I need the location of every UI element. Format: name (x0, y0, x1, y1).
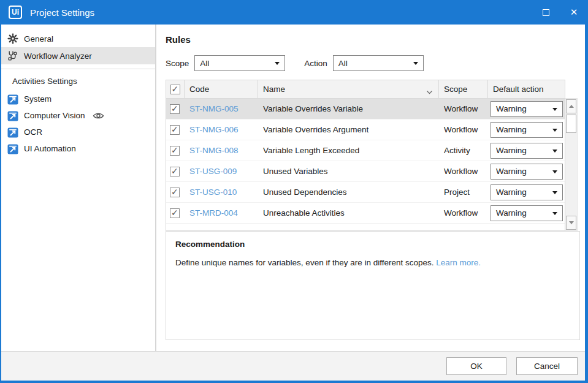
learn-more-link[interactable]: Learn more. (436, 258, 481, 267)
dropdown-arrow-icon (552, 212, 557, 215)
sidebar-item-label: OCR (24, 127, 42, 137)
rules-table: Code Name Scope Default action (166, 80, 578, 231)
row-checkbox[interactable] (170, 208, 180, 218)
default-action-select[interactable]: Warning (491, 143, 563, 159)
dialog-content: General Workflow Analyzer Activities Set… (1, 25, 585, 381)
sidebar-item-general[interactable]: General (1, 30, 155, 47)
row-checkbox[interactable] (170, 104, 180, 114)
action-filter-value: All (338, 59, 348, 68)
dropdown-arrow-icon (552, 150, 557, 153)
sidebar-item-system[interactable]: System (1, 91, 155, 107)
sort-chevron-down-icon (426, 87, 433, 96)
page-title: Rules (166, 34, 578, 45)
cancel-button[interactable]: Cancel (516, 357, 578, 375)
action-filter-select[interactable]: All (333, 55, 424, 71)
titlebar: Ui Project Settings (0, 0, 588, 25)
row-checkbox[interactable] (170, 146, 180, 156)
table-row[interactable]: ST-USG-009 Unused Variables Workflow War… (166, 161, 565, 182)
rule-scope: Workflow (439, 208, 488, 218)
rule-code: ST-USG-010 (185, 188, 258, 197)
gear-icon (7, 33, 18, 44)
close-button[interactable] (560, 0, 588, 25)
column-header-scope[interactable]: Scope (439, 80, 488, 98)
row-checkbox[interactable] (170, 125, 180, 135)
main-panel: Rules Scope All Action All Co (158, 25, 585, 351)
rule-scope: Activity (439, 146, 488, 155)
default-action-select[interactable]: Warning (491, 122, 563, 138)
rule-scope: Workflow (439, 167, 488, 176)
eye-icon[interactable] (93, 112, 104, 119)
dropdown-arrow-icon (552, 129, 557, 132)
package-icon (7, 94, 18, 105)
sidebar-item-workflow-analyzer[interactable]: Workflow Analyzer (1, 47, 155, 64)
sidebar-item-label: System (24, 94, 52, 104)
rule-name: Unreachable Activities (258, 208, 439, 218)
table-row[interactable]: ST-NMG-008 Variable Length Exceeded Acti… (166, 140, 565, 161)
table-row[interactable]: ST-MRD-004 Unreachable Activities Workfl… (166, 203, 565, 224)
package-icon (7, 110, 18, 121)
dropdown-arrow-icon (552, 170, 557, 173)
dropdown-arrow-icon (552, 108, 557, 111)
rule-code: ST-NMG-005 (185, 104, 258, 113)
sidebar-item-label: Workflow Analyzer (24, 51, 92, 61)
table-scrollbar[interactable] (565, 98, 578, 231)
recommendation-text: Define unique names for variables, even … (175, 258, 570, 267)
maximize-icon (543, 9, 549, 16)
scroll-down-button[interactable] (566, 216, 576, 230)
sidebar-item-label: General (24, 34, 53, 44)
rule-name: Unused Variables (258, 167, 439, 176)
scope-filter-label: Scope (166, 59, 189, 68)
rule-name: Variable Length Exceeded (258, 146, 439, 155)
column-header-code[interactable]: Code (185, 80, 258, 98)
scroll-up-button[interactable] (566, 99, 576, 113)
table-row[interactable]: ST-NMG-005 Variable Overrides Variable W… (166, 99, 565, 119)
activities-settings-header: Activities Settings (1, 73, 155, 89)
window-title: Project Settings (30, 7, 94, 18)
dropdown-arrow-icon (275, 62, 280, 65)
scope-filter-select[interactable]: All (194, 55, 285, 71)
sidebar-item-ocr[interactable]: OCR (1, 124, 155, 140)
rule-scope: Project (439, 188, 488, 197)
footer-bar: OK Cancel (1, 351, 585, 381)
recommendation-panel: Recommendation Define unique names for v… (166, 231, 580, 340)
rule-name: Unused Dependencies (258, 188, 439, 197)
maximize-button[interactable] (532, 0, 560, 25)
package-icon (7, 127, 18, 138)
sidebar-item-computer-vision[interactable]: Computer Vision (1, 107, 155, 124)
sidebar-item-label: UI Automation (24, 144, 76, 153)
default-action-select[interactable]: Warning (491, 205, 563, 221)
project-settings-window: Ui Project Settings General (0, 0, 588, 383)
rule-scope: Workflow (439, 125, 488, 134)
select-all-checkbox[interactable] (170, 85, 180, 94)
recommendation-heading: Recommendation (175, 240, 570, 249)
rule-code: ST-NMG-006 (185, 125, 258, 134)
rule-code: ST-NMG-008 (185, 146, 258, 155)
sidebar-item-label: Computer Vision (24, 111, 85, 120)
uipath-logo: Ui (9, 6, 22, 19)
scroll-up-icon (569, 105, 574, 108)
action-filter-label: Action (304, 59, 327, 68)
ok-button[interactable]: OK (446, 357, 506, 375)
window-border-bottom (0, 381, 588, 383)
scrollbar-thumb[interactable] (566, 115, 576, 133)
sidebar-item-ui-automation[interactable]: UI Automation (1, 140, 155, 157)
window-controls (532, 0, 588, 25)
row-checkbox[interactable] (170, 188, 180, 197)
default-action-select[interactable]: Warning (491, 101, 563, 117)
dropdown-arrow-icon (413, 62, 418, 65)
default-action-select[interactable]: Warning (491, 164, 563, 180)
column-header-default-action[interactable]: Default action (488, 80, 565, 98)
row-checkbox[interactable] (170, 167, 180, 176)
rule-name: Variable Overrides Variable (258, 104, 439, 113)
uipath-logo-text: Ui (12, 8, 19, 17)
table-row[interactable]: ST-NMG-006 Variable Overrides Argument W… (166, 119, 565, 140)
column-header-name[interactable]: Name (258, 80, 439, 98)
table-row-partial (166, 224, 565, 231)
rule-code: ST-MRD-004 (185, 208, 258, 218)
rule-code: ST-USG-009 (185, 167, 258, 176)
default-action-select[interactable]: Warning (491, 184, 563, 200)
rule-scope: Workflow (439, 104, 488, 113)
package-icon (7, 143, 18, 154)
close-icon (570, 7, 578, 18)
table-row[interactable]: ST-USG-010 Unused Dependencies Project W… (166, 182, 565, 203)
